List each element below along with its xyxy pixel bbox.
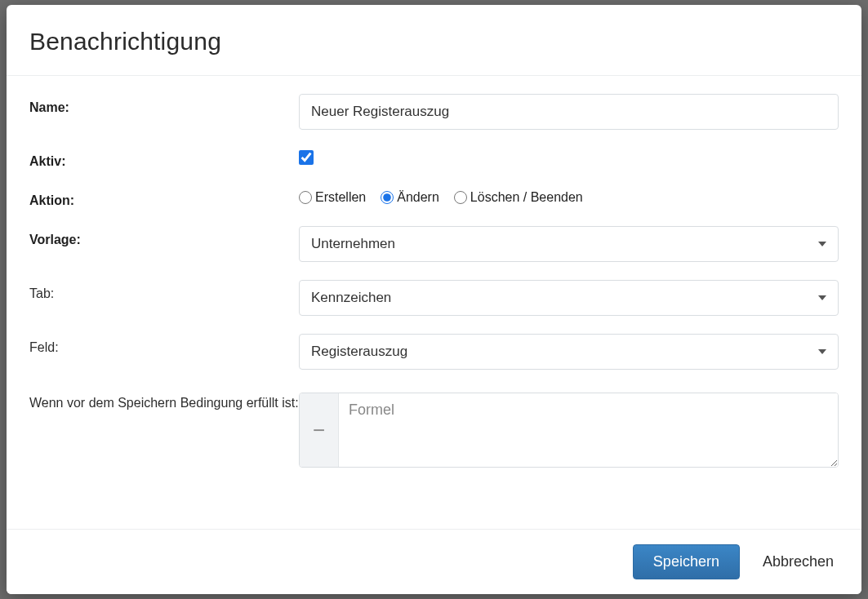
tab-select[interactable]: Kennzeichen	[299, 280, 839, 316]
field-template-col: Unternehmen	[299, 226, 839, 262]
caret-down-icon	[818, 242, 826, 246]
label-template: Vorlage:	[29, 226, 299, 247]
dialog-footer: Speichern Abbrechen	[7, 529, 861, 594]
condition-formula-container: −	[299, 393, 839, 468]
action-radio-create-input[interactable]	[299, 191, 312, 204]
action-radio-delete[interactable]: Löschen / Beenden	[454, 190, 583, 205]
template-select[interactable]: Unternehmen	[299, 226, 839, 262]
condition-remove-button[interactable]: −	[300, 393, 339, 467]
label-field: Feld:	[29, 334, 299, 355]
dialog-body-wrap: Name: Aktiv: Aktion:	[7, 76, 861, 529]
action-radio-delete-input[interactable]	[454, 191, 467, 204]
notification-dialog: Benachrichtigung Name: Aktiv: Aktion:	[7, 5, 861, 594]
field-select-value: Registerauszug	[311, 344, 407, 360]
field-select[interactable]: Registerauszug	[299, 334, 839, 370]
row-field: Feld: Registerauszug	[29, 334, 839, 370]
field-field-col: Registerauszug	[299, 334, 839, 370]
cancel-button[interactable]: Abbrechen	[763, 553, 834, 570]
action-radio-create[interactable]: Erstellen	[299, 190, 366, 205]
tab-select-value: Kennzeichen	[311, 290, 391, 306]
row-action: Aktion: Erstellen Ändern Lös	[29, 187, 839, 208]
save-button[interactable]: Speichern	[633, 544, 740, 579]
scroll-spacer	[29, 476, 839, 529]
field-active-col	[299, 148, 839, 168]
action-radio-update[interactable]: Ändern	[381, 190, 439, 205]
row-template: Vorlage: Unternehmen	[29, 226, 839, 262]
caret-down-icon	[818, 349, 826, 354]
active-checkbox[interactable]	[299, 150, 314, 165]
action-radio-update-input[interactable]	[381, 191, 394, 204]
row-condition: Wenn vor dem Speichern Bedingung erfüllt…	[29, 393, 839, 468]
template-select-value: Unternehmen	[311, 236, 395, 252]
name-input[interactable]	[299, 94, 839, 130]
dialog-header: Benachrichtigung	[7, 5, 861, 76]
field-action-col: Erstellen Ändern Löschen / Beenden	[299, 187, 839, 205]
field-condition-col: −	[299, 393, 839, 468]
minus-icon: −	[313, 418, 325, 443]
caret-down-icon	[818, 295, 826, 300]
label-action: Aktion:	[29, 187, 299, 208]
action-radio-create-label: Erstellen	[315, 190, 366, 205]
field-tab-col: Kennzeichen	[299, 280, 839, 316]
label-name: Name:	[29, 94, 299, 115]
row-name: Name:	[29, 94, 839, 130]
dialog-body[interactable]: Name: Aktiv: Aktion:	[7, 76, 861, 529]
action-radio-update-label: Ändern	[397, 190, 439, 205]
condition-formula-textarea[interactable]	[339, 393, 838, 467]
row-tab: Tab: Kennzeichen	[29, 280, 839, 316]
action-radio-group: Erstellen Ändern Löschen / Beenden	[299, 187, 839, 205]
label-tab: Tab:	[29, 280, 299, 301]
label-condition: Wenn vor dem Speichern Bedingung erfüllt…	[29, 393, 299, 410]
action-radio-delete-label: Löschen / Beenden	[470, 190, 583, 205]
label-active: Aktiv:	[29, 148, 299, 169]
field-name-col	[299, 94, 839, 130]
dialog-title: Benachrichtigung	[29, 28, 839, 55]
row-active: Aktiv:	[29, 148, 839, 169]
